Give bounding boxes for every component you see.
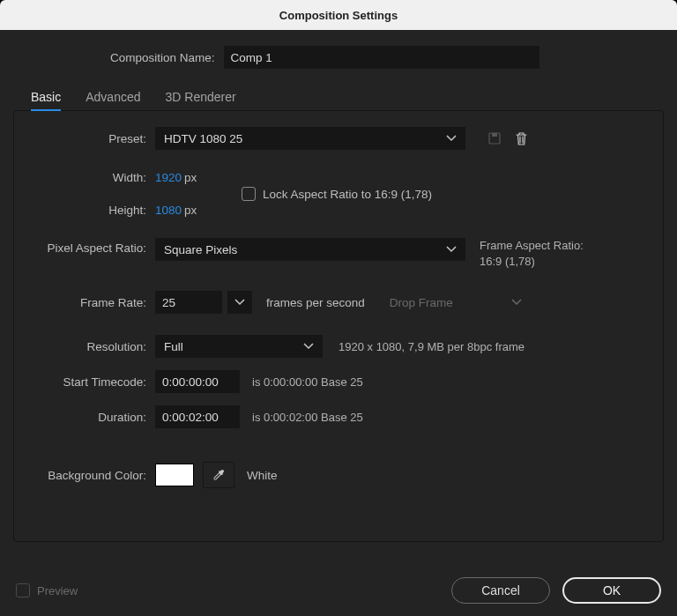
lock-aspect-checkbox[interactable] bbox=[242, 187, 256, 201]
cancel-button[interactable]: Cancel bbox=[451, 577, 550, 604]
duration-label: Duration: bbox=[23, 411, 155, 424]
resolution-info: 1920 x 1080, 7,9 MB per 8bpc frame bbox=[338, 340, 524, 353]
pixel-aspect-value: Square Pixels bbox=[164, 243, 237, 256]
tab-3d-renderer[interactable]: 3D Renderer bbox=[166, 90, 236, 111]
resolution-select[interactable]: Full bbox=[155, 335, 323, 358]
drop-frame-select: Drop Frame bbox=[390, 296, 522, 309]
chevron-down-icon bbox=[446, 246, 457, 253]
preview-toggle: Preview bbox=[16, 583, 78, 597]
duration-input[interactable] bbox=[155, 405, 240, 428]
frame-rate-label: Frame Rate: bbox=[23, 296, 155, 309]
height-label: Height: bbox=[23, 204, 155, 217]
pixel-aspect-label: Pixel Aspect Ratio: bbox=[23, 238, 155, 255]
tab-row: Basic Advanced 3D Renderer bbox=[31, 90, 664, 111]
frame-rate-menu-button[interactable] bbox=[227, 291, 252, 314]
tab-basic[interactable]: Basic bbox=[31, 90, 61, 111]
ok-button[interactable]: OK bbox=[562, 577, 661, 604]
dialog-body: Composition Name: Basic Advanced 3D Rend… bbox=[0, 30, 677, 616]
start-timecode-info: is 0:00:00:00 Base 25 bbox=[252, 375, 363, 389]
tab-advanced[interactable]: Advanced bbox=[86, 90, 140, 111]
drop-frame-label: Drop Frame bbox=[390, 296, 453, 309]
basic-panel: Preset: HDTV 1080 25 Width: 1920 px Lock… bbox=[13, 110, 664, 542]
lock-aspect-label: Lock Aspect Ratio to 16:9 (1,78) bbox=[263, 188, 432, 201]
preset-label: Preset: bbox=[23, 132, 155, 145]
frame-aspect-value: 16:9 (1,78) bbox=[480, 254, 584, 270]
eyedropper-button[interactable] bbox=[203, 462, 234, 488]
width-value[interactable]: 1920 bbox=[155, 171, 182, 184]
height-unit: px bbox=[184, 204, 197, 217]
preview-label: Preview bbox=[37, 584, 78, 597]
duration-info: is 0:00:02:00 Base 25 bbox=[252, 411, 363, 424]
chevron-down-icon bbox=[303, 343, 314, 350]
preset-select[interactable]: HDTV 1080 25 bbox=[155, 127, 465, 150]
comp-name-input[interactable] bbox=[224, 46, 539, 69]
preset-value: HDTV 1080 25 bbox=[164, 132, 242, 145]
dialog-title: Composition Settings bbox=[279, 9, 398, 22]
frame-rate-suffix: frames per second bbox=[266, 296, 365, 309]
comp-name-label: Composition Name: bbox=[110, 51, 224, 64]
frame-aspect-label: Frame Aspect Ratio: bbox=[480, 238, 584, 254]
titlebar: Composition Settings bbox=[0, 0, 677, 30]
chevron-down-icon bbox=[446, 135, 457, 142]
eyedropper-icon bbox=[211, 467, 227, 483]
width-label: Width: bbox=[23, 171, 155, 184]
save-preset-button bbox=[481, 127, 508, 150]
start-timecode-label: Start Timecode: bbox=[23, 375, 155, 389]
footer: Preview Cancel OK bbox=[0, 577, 677, 604]
delete-preset-button[interactable] bbox=[508, 127, 534, 150]
svg-rect-1 bbox=[492, 133, 497, 137]
bg-color-label: Background Color: bbox=[23, 469, 155, 482]
bg-color-name: White bbox=[247, 469, 278, 482]
resolution-value: Full bbox=[164, 340, 183, 353]
start-timecode-input[interactable] bbox=[155, 370, 240, 393]
frame-aspect-info: Frame Aspect Ratio: 16:9 (1,78) bbox=[480, 238, 584, 270]
chevron-down-icon bbox=[234, 299, 245, 306]
frame-rate-input[interactable] bbox=[155, 291, 222, 314]
pixel-aspect-select[interactable]: Square Pixels bbox=[155, 238, 465, 261]
width-unit: px bbox=[184, 171, 197, 184]
preview-checkbox bbox=[16, 583, 30, 597]
height-value[interactable]: 1080 bbox=[155, 204, 182, 217]
bg-color-swatch[interactable] bbox=[155, 464, 194, 486]
resolution-label: Resolution: bbox=[23, 340, 155, 353]
chevron-down-icon bbox=[511, 299, 522, 306]
